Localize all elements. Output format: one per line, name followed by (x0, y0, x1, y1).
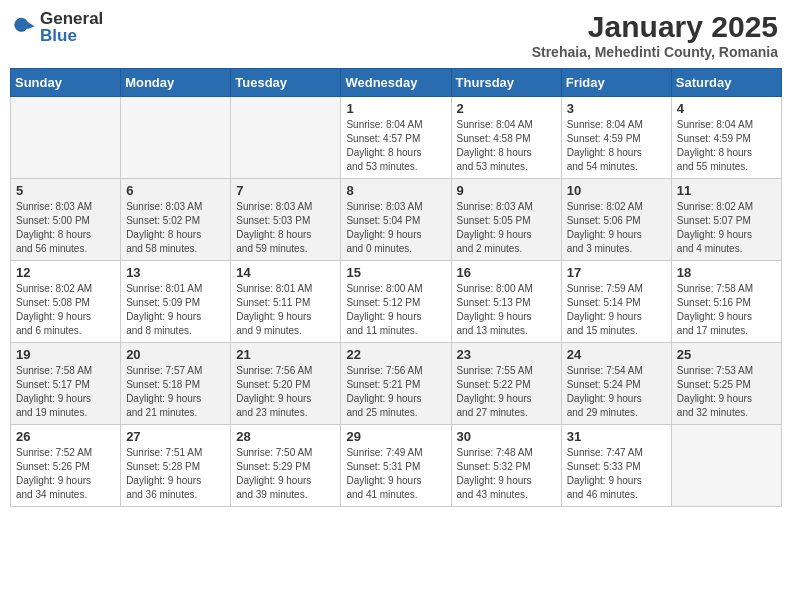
calendar-cell: 6Sunrise: 8:03 AM Sunset: 5:02 PM Daylig… (121, 179, 231, 261)
calendar-cell: 28Sunrise: 7:50 AM Sunset: 5:29 PM Dayli… (231, 425, 341, 507)
day-info: Sunrise: 7:47 AM Sunset: 5:33 PM Dayligh… (567, 446, 666, 502)
day-number: 12 (16, 265, 115, 280)
weekday-header-tuesday: Tuesday (231, 69, 341, 97)
day-number: 15 (346, 265, 445, 280)
day-number: 3 (567, 101, 666, 116)
calendar-cell: 3Sunrise: 8:04 AM Sunset: 4:59 PM Daylig… (561, 97, 671, 179)
day-number: 5 (16, 183, 115, 198)
week-row-3: 12Sunrise: 8:02 AM Sunset: 5:08 PM Dayli… (11, 261, 782, 343)
day-info: Sunrise: 7:49 AM Sunset: 5:31 PM Dayligh… (346, 446, 445, 502)
logo-icon (14, 16, 36, 38)
day-number: 6 (126, 183, 225, 198)
calendar-cell: 7Sunrise: 8:03 AM Sunset: 5:03 PM Daylig… (231, 179, 341, 261)
day-number: 30 (457, 429, 556, 444)
page-header: General Blue January 2025 Strehaia, Mehe… (10, 10, 782, 60)
calendar-cell: 13Sunrise: 8:01 AM Sunset: 5:09 PM Dayli… (121, 261, 231, 343)
day-number: 21 (236, 347, 335, 362)
day-number: 7 (236, 183, 335, 198)
day-info: Sunrise: 8:01 AM Sunset: 5:09 PM Dayligh… (126, 282, 225, 338)
day-info: Sunrise: 8:03 AM Sunset: 5:03 PM Dayligh… (236, 200, 335, 256)
weekday-header-friday: Friday (561, 69, 671, 97)
weekday-header-monday: Monday (121, 69, 231, 97)
day-info: Sunrise: 7:50 AM Sunset: 5:29 PM Dayligh… (236, 446, 335, 502)
weekday-header-sunday: Sunday (11, 69, 121, 97)
day-info: Sunrise: 8:03 AM Sunset: 5:04 PM Dayligh… (346, 200, 445, 256)
calendar-cell: 27Sunrise: 7:51 AM Sunset: 5:28 PM Dayli… (121, 425, 231, 507)
calendar-cell: 4Sunrise: 8:04 AM Sunset: 4:59 PM Daylig… (671, 97, 781, 179)
day-number: 4 (677, 101, 776, 116)
calendar-cell: 24Sunrise: 7:54 AM Sunset: 5:24 PM Dayli… (561, 343, 671, 425)
day-info: Sunrise: 7:55 AM Sunset: 5:22 PM Dayligh… (457, 364, 556, 420)
logo: General Blue (14, 10, 103, 44)
calendar-cell: 18Sunrise: 7:58 AM Sunset: 5:16 PM Dayli… (671, 261, 781, 343)
day-info: Sunrise: 7:58 AM Sunset: 5:17 PM Dayligh… (16, 364, 115, 420)
calendar-cell (671, 425, 781, 507)
title-area: January 2025 Strehaia, Mehedinti County,… (532, 10, 778, 60)
day-number: 8 (346, 183, 445, 198)
day-info: Sunrise: 8:03 AM Sunset: 5:00 PM Dayligh… (16, 200, 115, 256)
day-number: 11 (677, 183, 776, 198)
day-number: 14 (236, 265, 335, 280)
day-number: 2 (457, 101, 556, 116)
day-number: 20 (126, 347, 225, 362)
day-info: Sunrise: 7:59 AM Sunset: 5:14 PM Dayligh… (567, 282, 666, 338)
day-info: Sunrise: 8:03 AM Sunset: 5:05 PM Dayligh… (457, 200, 556, 256)
calendar-cell: 19Sunrise: 7:58 AM Sunset: 5:17 PM Dayli… (11, 343, 121, 425)
calendar-cell: 8Sunrise: 8:03 AM Sunset: 5:04 PM Daylig… (341, 179, 451, 261)
day-number: 13 (126, 265, 225, 280)
day-number: 17 (567, 265, 666, 280)
day-number: 1 (346, 101, 445, 116)
calendar-cell: 23Sunrise: 7:55 AM Sunset: 5:22 PM Dayli… (451, 343, 561, 425)
day-info: Sunrise: 8:00 AM Sunset: 5:12 PM Dayligh… (346, 282, 445, 338)
day-number: 16 (457, 265, 556, 280)
day-number: 23 (457, 347, 556, 362)
day-info: Sunrise: 8:04 AM Sunset: 4:57 PM Dayligh… (346, 118, 445, 174)
calendar-cell: 1Sunrise: 8:04 AM Sunset: 4:57 PM Daylig… (341, 97, 451, 179)
svg-marker-2 (27, 22, 34, 29)
calendar-cell: 25Sunrise: 7:53 AM Sunset: 5:25 PM Dayli… (671, 343, 781, 425)
day-info: Sunrise: 8:00 AM Sunset: 5:13 PM Dayligh… (457, 282, 556, 338)
day-number: 22 (346, 347, 445, 362)
day-number: 19 (16, 347, 115, 362)
calendar-cell: 11Sunrise: 8:02 AM Sunset: 5:07 PM Dayli… (671, 179, 781, 261)
day-info: Sunrise: 7:54 AM Sunset: 5:24 PM Dayligh… (567, 364, 666, 420)
day-info: Sunrise: 7:53 AM Sunset: 5:25 PM Dayligh… (677, 364, 776, 420)
calendar-cell: 30Sunrise: 7:48 AM Sunset: 5:32 PM Dayli… (451, 425, 561, 507)
week-row-5: 26Sunrise: 7:52 AM Sunset: 5:26 PM Dayli… (11, 425, 782, 507)
calendar-cell (231, 97, 341, 179)
day-info: Sunrise: 7:48 AM Sunset: 5:32 PM Dayligh… (457, 446, 556, 502)
calendar-cell: 22Sunrise: 7:56 AM Sunset: 5:21 PM Dayli… (341, 343, 451, 425)
day-info: Sunrise: 8:02 AM Sunset: 5:07 PM Dayligh… (677, 200, 776, 256)
day-info: Sunrise: 8:02 AM Sunset: 5:06 PM Dayligh… (567, 200, 666, 256)
logo-blue-text: Blue (40, 26, 77, 45)
weekday-header-row: SundayMondayTuesdayWednesdayThursdayFrid… (11, 69, 782, 97)
day-info: Sunrise: 8:02 AM Sunset: 5:08 PM Dayligh… (16, 282, 115, 338)
calendar-cell: 29Sunrise: 7:49 AM Sunset: 5:31 PM Dayli… (341, 425, 451, 507)
calendar-cell: 10Sunrise: 8:02 AM Sunset: 5:06 PM Dayli… (561, 179, 671, 261)
calendar-cell (121, 97, 231, 179)
day-info: Sunrise: 8:04 AM Sunset: 4:59 PM Dayligh… (677, 118, 776, 174)
calendar-cell: 12Sunrise: 8:02 AM Sunset: 5:08 PM Dayli… (11, 261, 121, 343)
calendar-cell: 14Sunrise: 8:01 AM Sunset: 5:11 PM Dayli… (231, 261, 341, 343)
day-info: Sunrise: 7:58 AM Sunset: 5:16 PM Dayligh… (677, 282, 776, 338)
day-number: 25 (677, 347, 776, 362)
day-number: 24 (567, 347, 666, 362)
weekday-header-wednesday: Wednesday (341, 69, 451, 97)
calendar-cell: 31Sunrise: 7:47 AM Sunset: 5:33 PM Dayli… (561, 425, 671, 507)
weekday-header-thursday: Thursday (451, 69, 561, 97)
day-number: 31 (567, 429, 666, 444)
day-info: Sunrise: 7:52 AM Sunset: 5:26 PM Dayligh… (16, 446, 115, 502)
day-number: 9 (457, 183, 556, 198)
day-info: Sunrise: 8:04 AM Sunset: 4:59 PM Dayligh… (567, 118, 666, 174)
day-info: Sunrise: 8:03 AM Sunset: 5:02 PM Dayligh… (126, 200, 225, 256)
day-info: Sunrise: 7:56 AM Sunset: 5:21 PM Dayligh… (346, 364, 445, 420)
calendar-cell: 21Sunrise: 7:56 AM Sunset: 5:20 PM Dayli… (231, 343, 341, 425)
day-info: Sunrise: 7:51 AM Sunset: 5:28 PM Dayligh… (126, 446, 225, 502)
calendar-cell: 17Sunrise: 7:59 AM Sunset: 5:14 PM Dayli… (561, 261, 671, 343)
day-info: Sunrise: 8:01 AM Sunset: 5:11 PM Dayligh… (236, 282, 335, 338)
calendar-cell: 16Sunrise: 8:00 AM Sunset: 5:13 PM Dayli… (451, 261, 561, 343)
week-row-4: 19Sunrise: 7:58 AM Sunset: 5:17 PM Dayli… (11, 343, 782, 425)
week-row-1: 1Sunrise: 8:04 AM Sunset: 4:57 PM Daylig… (11, 97, 782, 179)
day-number: 10 (567, 183, 666, 198)
day-info: Sunrise: 7:56 AM Sunset: 5:20 PM Dayligh… (236, 364, 335, 420)
